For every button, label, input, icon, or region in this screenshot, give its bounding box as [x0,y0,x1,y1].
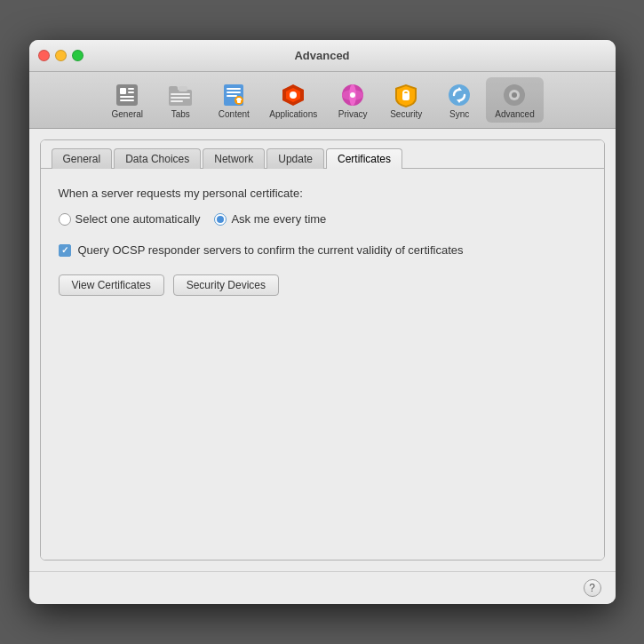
radio-select-auto-indicator [59,213,71,226]
security-devices-button[interactable]: Security Devices [173,274,279,296]
toolbar-item-general[interactable]: General [100,77,154,123]
svg-point-25 [350,92,355,98]
bottom-bar: ? [29,571,616,604]
applications-icon [279,81,307,109]
maximize-button[interactable] [72,50,83,61]
toolbar-item-security[interactable]: Security [379,77,433,123]
toolbar-item-sync[interactable]: Sync [433,77,486,123]
svg-rect-35 [513,102,516,106]
svg-rect-8 [179,86,187,91]
window-title: Advanced [294,49,349,62]
sync-icon [445,81,473,109]
svg-rect-9 [171,93,190,95]
svg-rect-5 [120,99,134,101]
svg-rect-14 [227,91,241,93]
security-icon [392,81,420,109]
svg-rect-10 [171,97,190,99]
svg-rect-1 [120,88,126,94]
privacy-label: Privacy [338,109,368,119]
toolbar-item-content[interactable]: Content [207,77,260,123]
certificates-panel: When a server requests my personal certi… [41,169,604,560]
minimize-button[interactable] [55,50,67,61]
toolbar: General Tabs [29,72,616,129]
svg-rect-34 [513,84,516,88]
svg-rect-37 [521,94,525,97]
tab-certificates[interactable]: Certificates [326,148,402,169]
traffic-lights [38,50,83,61]
ocsp-checkbox[interactable]: ✓ [59,244,71,257]
svg-point-21 [290,91,297,99]
radio-ask-every-time-label: Ask me every time [231,212,326,226]
general-label: General [112,109,144,119]
help-button[interactable]: ? [584,579,601,597]
sync-label: Sync [449,109,469,119]
svg-rect-4 [120,96,134,98]
toolbar-item-applications[interactable]: Applications [260,77,326,123]
svg-rect-0 [116,84,138,106]
svg-rect-2 [128,88,134,90]
sub-tabs: General Data Choices Network Update Cert… [41,140,604,169]
content-icon [219,81,248,109]
tabs-icon [166,81,195,109]
svg-rect-7 [169,86,178,91]
advanced-label: Advanced [495,109,534,119]
svg-point-33 [512,92,517,98]
tabs-label: Tabs [171,109,190,119]
svg-rect-18 [236,99,242,100]
radio-select-auto[interactable]: Select one automatically [59,212,201,226]
certificate-radio-group: Select one automatically Ask me every ti… [59,212,586,226]
view-certificates-button[interactable]: View Certificates [59,274,164,296]
svg-rect-3 [128,91,134,93]
advanced-icon [500,81,529,109]
svg-rect-11 [171,100,183,102]
radio-ask-every-time[interactable]: Ask me every time [214,212,326,226]
svg-rect-13 [227,88,241,90]
ocsp-checkbox-label: Query OCSP responder servers to confirm … [78,243,464,257]
toolbar-item-privacy[interactable]: Privacy [326,77,379,123]
main-window: Advanced General [29,40,616,604]
tab-general[interactable]: General [52,148,113,169]
content-label: Content [219,109,250,119]
certificates-buttons: View Certificates Security Devices [59,274,586,296]
tab-network[interactable]: Network [203,148,265,169]
toolbar-item-tabs[interactable]: Tabs [154,77,207,123]
privacy-icon [338,81,367,109]
security-label: Security [390,109,422,119]
ocsp-checkbox-row[interactable]: ✓ Query OCSP responder servers to confir… [59,243,586,257]
tab-data-choices[interactable]: Data Choices [114,148,201,169]
svg-rect-36 [504,94,507,97]
applications-label: Applications [269,109,317,119]
title-bar: Advanced [29,40,616,72]
radio-ask-every-time-indicator [214,213,227,226]
general-icon [113,81,141,109]
close-button[interactable] [38,50,50,61]
svg-rect-15 [227,95,237,97]
tab-update[interactable]: Update [266,148,324,169]
toolbar-item-advanced[interactable]: Advanced [486,77,543,123]
radio-select-auto-label: Select one automatically [76,212,201,226]
panel-title: When a server requests my personal certi… [59,187,586,200]
